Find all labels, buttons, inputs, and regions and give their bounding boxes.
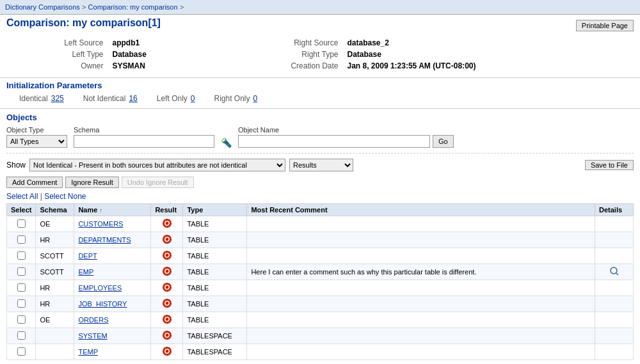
schema-label: Schema	[74, 126, 214, 134]
row-checkbox[interactable]	[17, 283, 26, 292]
owner-label: Owner	[8, 61, 108, 71]
param-identical-value[interactable]: 325	[51, 94, 64, 103]
row-type: TABLESPACE	[183, 344, 247, 360]
init-params-section-header: Initialization Parameters	[0, 77, 640, 91]
row-name[interactable]: EMPLOYEES	[74, 280, 151, 296]
object-type-label: Object Type	[6, 126, 67, 134]
param-right-only: Right Only 0	[214, 94, 258, 103]
row-checkbox[interactable]	[17, 219, 26, 228]
param-not-identical-label: Not Identical	[83, 94, 126, 103]
col-header-result: Result	[151, 204, 183, 216]
detail-search-icon[interactable]	[609, 266, 620, 276]
breadcrumb-link-1[interactable]: Dictionary Comparisons	[5, 3, 80, 11]
row-name-link[interactable]: EMP	[78, 268, 93, 276]
row-name[interactable]: CUSTOMERS	[74, 216, 151, 232]
not-identical-icon	[162, 330, 172, 340]
ignore-result-button[interactable]: Ignore Result	[65, 177, 118, 188]
schema-filter-group: Schema	[74, 126, 214, 148]
row-checkbox[interactable]	[17, 331, 26, 340]
not-identical-icon	[162, 218, 172, 228]
row-checkbox[interactable]	[17, 267, 26, 276]
row-name-link[interactable]: CUSTOMERS	[78, 220, 123, 228]
row-schema: HR	[36, 232, 74, 248]
row-name[interactable]: DEPT	[74, 248, 151, 264]
add-comment-button[interactable]: Add Comment	[6, 177, 63, 188]
row-name-link[interactable]: DEPARTMENTS	[78, 236, 131, 244]
row-name-link[interactable]: DEPT	[78, 252, 97, 260]
row-type: TABLE	[183, 280, 247, 296]
row-schema: SCOTT	[36, 264, 74, 280]
row-checkbox[interactable]	[17, 347, 26, 356]
flashlight-icon[interactable]: 🔦	[221, 138, 232, 148]
object-type-filter-group: Object Type All Types TABLE VIEW INDEX P…	[6, 126, 67, 148]
row-name[interactable]: DEPARTMENTS	[74, 232, 151, 248]
row-schema: OE	[36, 216, 74, 232]
svg-point-12	[611, 267, 617, 274]
svg-point-11	[165, 270, 168, 273]
row-details	[595, 280, 634, 296]
row-name[interactable]: EMP	[74, 264, 151, 280]
object-name-input[interactable]	[238, 135, 430, 148]
param-right-only-label: Right Only	[214, 94, 250, 103]
row-name-link[interactable]: TEMP	[78, 348, 98, 356]
svg-point-2	[165, 222, 168, 225]
table-row: SYSTEMTABLESPACE	[7, 328, 634, 344]
row-name[interactable]: TEMP	[74, 344, 151, 360]
select-links-row: Select All | Select None	[0, 191, 640, 203]
row-checkbox[interactable]	[17, 299, 26, 308]
row-details	[595, 312, 634, 328]
param-left-only-label: Left Only	[157, 94, 188, 103]
row-result	[151, 344, 183, 360]
row-name-link[interactable]: SYSTEM	[78, 332, 107, 340]
row-checkbox[interactable]	[17, 235, 26, 244]
param-identical-label: Identical	[19, 94, 48, 103]
page-title: Comparison: my comparison[1]	[6, 17, 161, 29]
filter-row: Object Type All Types TABLE VIEW INDEX P…	[0, 125, 640, 150]
row-schema: SCOTT	[36, 248, 74, 264]
show-view-select[interactable]: Results SQL	[289, 159, 353, 171]
row-name-link[interactable]: JOB_HISTORY	[78, 300, 127, 308]
param-right-only-value[interactable]: 0	[253, 94, 258, 103]
left-type-label: Left Type	[8, 49, 108, 59]
param-not-identical-value[interactable]: 16	[129, 94, 137, 103]
col-header-type: Type	[183, 204, 247, 216]
row-name-link[interactable]: ORDERS	[78, 316, 108, 324]
save-to-file-button[interactable]: Save to File	[585, 160, 634, 170]
row-details	[595, 328, 634, 344]
show-type-select[interactable]: Not Identical - Present in both sources …	[29, 159, 285, 171]
select-none-link[interactable]: Select None	[44, 192, 86, 201]
row-name-link[interactable]: EMPLOYEES	[78, 284, 122, 292]
printable-page-button[interactable]: Printable Page	[576, 20, 634, 31]
row-checkbox[interactable]	[17, 315, 26, 324]
row-checkbox[interactable]	[17, 251, 26, 260]
schema-input[interactable]	[74, 135, 214, 148]
param-left-only-value[interactable]: 0	[191, 94, 195, 103]
col-header-select: Select	[7, 204, 36, 216]
not-identical-icon	[162, 282, 172, 292]
row-details	[595, 232, 634, 248]
row-schema: OE	[36, 312, 74, 328]
object-type-select[interactable]: All Types TABLE VIEW INDEX PROCEDURE FUN…	[6, 135, 67, 148]
row-type: TABLESPACE	[183, 328, 247, 344]
left-source-value: appdb1	[109, 38, 198, 48]
table-row: HREMPLOYEESTABLE	[7, 280, 634, 296]
svg-point-22	[165, 318, 168, 321]
row-comment	[247, 280, 595, 296]
owner-value: SYSMAN	[109, 61, 198, 71]
go-button[interactable]: Go	[433, 135, 454, 148]
row-details	[595, 296, 634, 312]
row-name[interactable]: SYSTEM	[74, 328, 151, 344]
col-header-schema: Schema	[36, 204, 74, 216]
breadcrumb-link-2[interactable]: Comparison: my comparison	[88, 3, 178, 11]
col-header-name[interactable]: Name ↑	[74, 204, 151, 216]
select-all-link[interactable]: Select All	[6, 192, 38, 201]
row-schema	[36, 328, 74, 344]
svg-point-16	[165, 286, 168, 289]
row-comment	[247, 344, 595, 360]
table-row: SCOTTDEPTTABLE	[7, 248, 634, 264]
objects-section-header: Objects	[0, 109, 640, 125]
row-name[interactable]: JOB_HISTORY	[74, 296, 151, 312]
table-row: TEMPTABLESPACE	[7, 344, 634, 360]
row-name[interactable]: ORDERS	[74, 312, 151, 328]
not-identical-icon	[162, 250, 172, 260]
